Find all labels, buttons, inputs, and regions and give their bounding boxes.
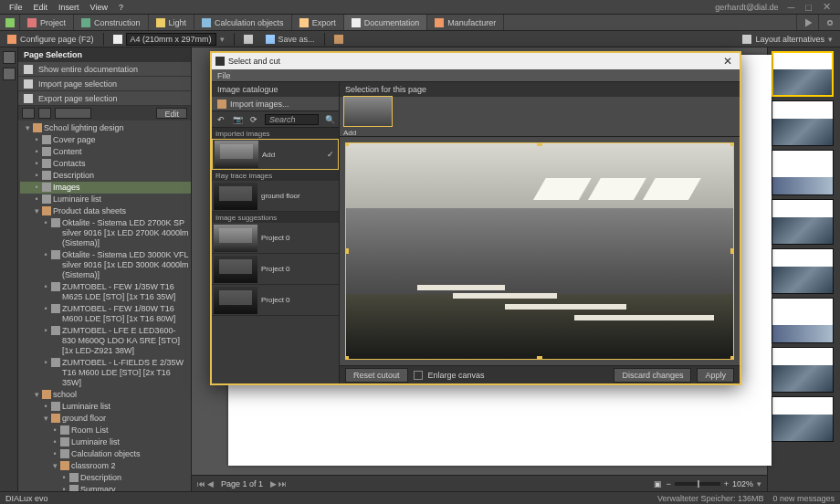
configure-page-button[interactable]: Configure page (F2) xyxy=(4,35,98,44)
back-icon[interactable]: ↶ xyxy=(215,114,226,125)
import-page-sel-button[interactable]: Import page selection xyxy=(18,77,191,91)
tree-folder[interactable]: ▾School lighting design xyxy=(20,122,191,134)
tree-page[interactable]: •ZUMTOBEL - L-FIELDS E 2/35W T16 M600 LD… xyxy=(20,357,191,389)
tab-light[interactable]: Light xyxy=(149,15,195,30)
dialog-menu-file[interactable]: File xyxy=(217,71,231,80)
menu-edit[interactable]: Edit xyxy=(28,3,54,12)
tree-page[interactable]: •Luminaire list xyxy=(20,436,191,448)
page-size-select[interactable]: A4 (210mm x 297mm)▾ xyxy=(110,33,228,46)
tree-page[interactable]: •Oktalite - Sistema LED 3000K VFL silver… xyxy=(20,249,191,281)
tab-documentation[interactable]: Documentation xyxy=(344,15,428,30)
discard-changes-button[interactable]: Discard changes xyxy=(614,368,691,383)
tree-page[interactable]: •Description xyxy=(20,170,191,182)
tab-export[interactable]: Export xyxy=(292,15,344,30)
catalog-item-p0a[interactable]: Project 0 xyxy=(212,223,339,254)
crop-handle-tr[interactable] xyxy=(730,142,734,146)
tree-page[interactable]: •Summary xyxy=(20,484,191,491)
tree-page[interactable]: •Calculation objects xyxy=(20,448,191,460)
window-minimize[interactable]: ─ xyxy=(782,2,801,13)
strip-btn-2[interactable] xyxy=(3,68,16,80)
app-menu-button[interactable] xyxy=(0,15,20,30)
catalog-item-ground[interactable]: ground floor xyxy=(212,181,339,212)
layout-alternatives-button[interactable]: Layout alternatives▾ xyxy=(739,35,836,44)
thumb-6[interactable] xyxy=(772,298,834,343)
apply-button[interactable]: Apply xyxy=(697,368,734,383)
print-button[interactable] xyxy=(240,35,257,44)
thumb-2[interactable] xyxy=(772,100,834,146)
thumb-5[interactable] xyxy=(772,248,834,294)
thumb-7[interactable] xyxy=(772,347,834,393)
menu-insert[interactable]: Insert xyxy=(53,3,85,12)
crop-frame[interactable] xyxy=(345,142,734,360)
tab-construction[interactable]: Construction xyxy=(74,15,149,30)
catalog-item-add[interactable]: Add ✓ xyxy=(212,139,339,170)
zoom-control[interactable]: ▣ − + 102% ▾ xyxy=(654,479,761,488)
menu-help[interactable]: ? xyxy=(113,3,129,12)
dialog-titlebar[interactable]: Select and cut ✕ xyxy=(212,53,740,69)
catalog-item-p0c[interactable]: Project 0 xyxy=(212,285,339,316)
tab-calc-objects[interactable]: Calculation objects xyxy=(194,15,292,30)
window-close[interactable]: ✕ xyxy=(817,1,836,13)
tab-manufacturer[interactable]: Manufacturer xyxy=(427,15,504,30)
calc-run-button[interactable] xyxy=(796,15,818,30)
save-as-button[interactable]: Save as... xyxy=(262,35,319,44)
menu-file[interactable]: File xyxy=(4,3,28,12)
nav-prev[interactable]: ◀ xyxy=(207,479,214,488)
reset-cutout-button[interactable]: Reset cutout xyxy=(345,368,408,383)
zoom-out[interactable]: − xyxy=(666,479,670,488)
tree-folder[interactable]: ▾ground floor xyxy=(20,413,191,425)
page-tree[interactable]: ▾School lighting design•Cover page•Conte… xyxy=(18,121,191,491)
nav-first[interactable]: ⏮ xyxy=(197,479,205,488)
tree-page[interactable]: •Contacts xyxy=(20,158,191,170)
tree-page[interactable]: •Luminaire list xyxy=(20,401,191,413)
camera-icon[interactable]: 📷 xyxy=(232,114,243,125)
tree-folder[interactable]: ▾school xyxy=(20,389,191,401)
enlarge-canvas-checkbox[interactable] xyxy=(414,371,423,380)
nav-next[interactable]: ▶ xyxy=(270,479,277,488)
export-page-sel-button[interactable]: Export page selection xyxy=(18,91,191,106)
tree-page[interactable]: •ZUMTOBEL - LFE E LED3600-830 M600Q LDO … xyxy=(20,325,191,357)
crop-handle-tl[interactable] xyxy=(345,142,349,146)
catalog-search-input[interactable]: Search xyxy=(265,114,319,125)
thumb-4[interactable] xyxy=(772,199,834,245)
tree-view-button[interactable] xyxy=(55,108,91,119)
window-maximize[interactable]: □ xyxy=(800,2,817,13)
thumb-1[interactable] xyxy=(772,51,834,97)
strip-btn-1[interactable] xyxy=(3,51,16,64)
tree-folder[interactable]: ▾Product data sheets xyxy=(20,205,191,217)
tree-page[interactable]: •ZUMTOBEL - FEW 1/35W T16 M625 LDE [STO]… xyxy=(20,281,191,303)
tab-project[interactable]: Project xyxy=(20,15,74,30)
show-entire-doc-button[interactable]: Show entire documentation xyxy=(18,62,191,77)
tree-page[interactable]: •Images xyxy=(20,182,191,194)
tree-page[interactable]: •ZUMTOBEL - FEW 1/80W T16 M600 LDE [STO]… xyxy=(20,303,191,325)
tree-edit-button[interactable]: Edit xyxy=(156,108,187,119)
tree-page[interactable]: •Cover page xyxy=(20,134,191,146)
messages-label[interactable]: 0 new messages xyxy=(772,494,835,503)
menu-view[interactable]: View xyxy=(85,3,113,12)
refresh-icon[interactable]: ⟳ xyxy=(248,114,259,125)
crop-handle-bm[interactable] xyxy=(537,356,542,360)
crop-handle-br[interactable] xyxy=(730,356,734,360)
tree-page[interactable]: •Content xyxy=(20,146,191,158)
crop-handle-tm[interactable] xyxy=(537,142,542,146)
fit-icon[interactable]: ▣ xyxy=(654,479,662,488)
thumb-3[interactable] xyxy=(772,150,834,195)
thumbnail-pane[interactable] xyxy=(767,47,840,491)
crop-handle-rm[interactable] xyxy=(730,248,734,254)
thumb-8[interactable] xyxy=(772,396,834,442)
tree-page[interactable]: •Room List xyxy=(20,425,191,436)
tree-page[interactable]: •Oktalite - Sistema LED 2700K SP silver … xyxy=(20,217,191,249)
dialog-close-button[interactable]: ✕ xyxy=(719,55,736,68)
selected-image[interactable] xyxy=(343,96,393,127)
catalog-list[interactable]: Imported images Add ✓ Ray trace images g… xyxy=(212,128,339,383)
catalog-item-p0b[interactable]: Project 0 xyxy=(212,254,339,285)
tree-page[interactable]: •Luminaire list xyxy=(20,194,191,205)
settings-button[interactable] xyxy=(818,15,840,30)
tree-page[interactable]: •Description xyxy=(20,472,191,484)
import-images-button[interactable]: Import images... xyxy=(212,97,339,111)
nav-last[interactable]: ⏭ xyxy=(278,479,287,488)
zoom-in[interactable]: + xyxy=(724,479,729,488)
template-button[interactable] xyxy=(331,35,347,44)
tree-collapse-button[interactable] xyxy=(38,108,51,119)
tree-folder[interactable]: ▾classroom 2 xyxy=(20,460,191,472)
